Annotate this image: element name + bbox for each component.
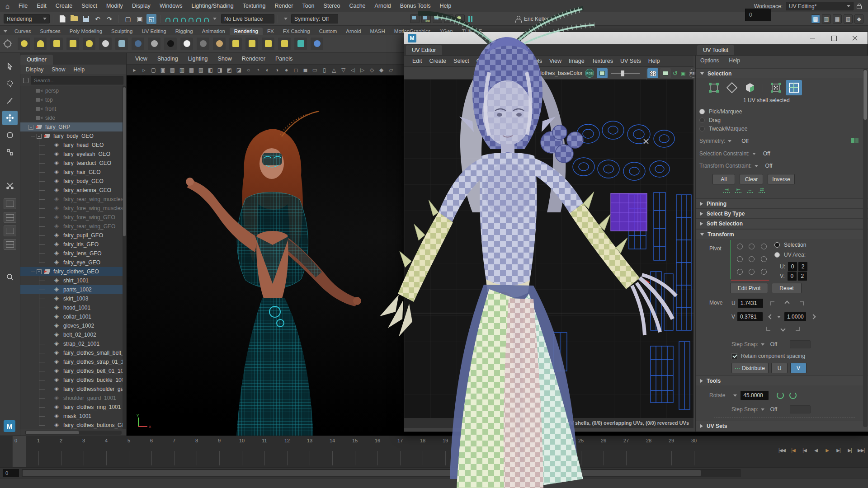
move-up-right-icon[interactable]: [800, 301, 804, 305]
viewport-menu-item[interactable]: Shading: [153, 56, 182, 62]
playback-button[interactable]: |◀: [788, 444, 798, 456]
point-light-icon[interactable]: [18, 38, 30, 50]
menu-item[interactable]: File: [14, 0, 32, 12]
viewport-icon[interactable]: ◔: [254, 66, 262, 74]
menu-item[interactable]: Modify: [102, 0, 127, 12]
layout-two-pane-button[interactable]: [4, 212, 16, 223]
move-v-field[interactable]: 0.3781: [737, 312, 763, 321]
white-material-icon[interactable]: [180, 38, 193, 50]
shelf-tab[interactable]: Curves: [10, 28, 35, 35]
gray-material-icon[interactable]: [197, 38, 209, 50]
viewport-icon[interactable]: ◧: [206, 66, 215, 74]
uv-toolkit-menu-item[interactable]: Help: [729, 57, 740, 64]
symmetry-mirror-icon[interactable]: [851, 138, 859, 143]
viewport-icon[interactable]: ◐: [263, 66, 272, 74]
align-max-v-icon[interactable]: ⇄: [759, 188, 765, 193]
outliner-item[interactable]: fairy_lens_GEO: [20, 249, 123, 258]
outliner-item[interactable]: skirt_1003: [20, 294, 123, 303]
window-title-bar[interactable]: M: [404, 32, 868, 44]
outliner-item[interactable]: persp: [20, 86, 123, 95]
viewport-icon[interactable]: ▥: [178, 66, 186, 74]
workspace-selector[interactable]: UV Editing*: [786, 2, 854, 10]
distribute-u-button[interactable]: U: [771, 363, 788, 373]
outliner-item[interactable]: fairy_clothes_buckle_1002: [20, 375, 123, 385]
menu-item[interactable]: Cache: [344, 0, 370, 12]
uv-editor-menu-item[interactable]: Tools: [525, 58, 546, 64]
rotate-cw-icon[interactable]: [789, 392, 797, 399]
chevron-down-icon[interactable]: [733, 394, 737, 397]
outliner-item[interactable]: fairy_tearduct_GEO: [20, 159, 123, 168]
select-tool[interactable]: [2, 59, 18, 74]
outliner-item[interactable]: fairy_eye_GEO: [20, 258, 123, 267]
outliner-item[interactable]: mask_1001: [20, 412, 123, 421]
move-step-field[interactable]: 1.0000: [784, 312, 806, 321]
display-image-button[interactable]: [597, 68, 608, 78]
move-step-snap-value[interactable]: Off: [770, 341, 777, 347]
outliner-scrollbar[interactable]: [123, 86, 126, 429]
chevron-down-icon[interactable]: [728, 140, 731, 142]
directional-light-icon[interactable]: [50, 38, 63, 50]
move-tool[interactable]: [2, 111, 18, 125]
checkered-display-button[interactable]: [647, 68, 658, 78]
uv-area-u-min-field[interactable]: 0: [788, 262, 797, 271]
uv-shell-select-icon[interactable]: [786, 80, 802, 95]
viewport-icon[interactable]: ▱: [387, 66, 395, 74]
chevron-down-icon[interactable]: [213, 18, 217, 20]
menu-item[interactable]: Lighting/Shading: [187, 0, 238, 12]
tan-material-icon[interactable]: [213, 38, 226, 50]
black-material-icon[interactable]: [164, 38, 177, 50]
reset-pivot-button[interactable]: Reset: [772, 283, 802, 293]
outliner-item[interactable]: fairy_iris_GEO: [20, 240, 123, 249]
viewport-icon[interactable]: ◨: [216, 66, 224, 74]
shelf-tab[interactable]: FX: [263, 28, 278, 35]
open-scene-button[interactable]: [69, 14, 79, 24]
texture-image-icon[interactable]: [497, 68, 505, 78]
pivot-uv-area-radio[interactable]: UV Area:: [774, 252, 806, 258]
viewport-icon[interactable]: ▤: [168, 66, 177, 74]
pivot-pos-icon[interactable]: [761, 269, 767, 275]
toggle-arnold-button[interactable]: ◆: [854, 14, 863, 23]
viewport-icon[interactable]: ▯: [320, 66, 329, 74]
pattern-icon[interactable]: ▣: [681, 68, 685, 78]
cut-uv-tool[interactable]: [2, 178, 18, 193]
pivot-pos-icon[interactable]: [737, 256, 743, 262]
rotate-ccw-icon[interactable]: [777, 392, 784, 399]
uv-area-v-min-field[interactable]: 0: [788, 272, 797, 281]
modeling-toolkit-badge[interactable]: M: [4, 420, 15, 432]
rgb-channels-icon[interactable]: RGB: [585, 68, 594, 78]
snap-to-grid-icon[interactable]: [165, 18, 170, 22]
outliner-item[interactable]: fairy_fore_wing_GEO: [20, 213, 123, 222]
outliner-item[interactable]: fairy_clothes_buttons_GEO: [20, 421, 123, 429]
make-live-icon[interactable]: [204, 18, 209, 22]
playback-button[interactable]: ▶: [822, 444, 832, 456]
outliner-menu-item[interactable]: Help: [73, 66, 85, 73]
move-left-icon[interactable]: [768, 314, 773, 319]
outliner-tab[interactable]: Outliner: [20, 55, 53, 65]
uv-editor-menu-item[interactable]: Textures: [588, 58, 617, 64]
transform-constraint-value[interactable]: Off: [765, 163, 773, 169]
close-icon[interactable]: [845, 32, 865, 44]
ambient-light-icon[interactable]: [99, 38, 112, 50]
section-transform[interactable]: Transform: [696, 229, 868, 239]
outliner-item[interactable]: fairy_clothes_small_belt_1002: [20, 348, 123, 357]
zoom-tool[interactable]: [2, 270, 18, 284]
toggle-channel-box-button[interactable]: ▧: [844, 14, 853, 23]
viewport-icon[interactable]: ◁: [349, 66, 357, 74]
symmetry-value[interactable]: Off: [741, 138, 749, 144]
outliner-h-scrollbar[interactable]: [25, 431, 122, 435]
snap-to-projected-center-icon[interactable]: [189, 18, 193, 22]
layout-outliner-persp-button[interactable]: [4, 239, 16, 250]
viewport-icon[interactable]: ▦: [187, 66, 196, 74]
uv-area-u-max-field[interactable]: 2: [798, 262, 807, 271]
current-frame-field[interactable]: 0: [745, 9, 771, 21]
align-min-v-icon[interactable]: ↔: [747, 188, 753, 193]
playback-button[interactable]: |◀: [799, 444, 810, 456]
shelf-menu-icon[interactable]: [4, 30, 7, 33]
viewport-icon[interactable]: ◼: [301, 66, 310, 74]
menu-item[interactable]: Bonus Tools: [396, 0, 435, 12]
lasso-tool[interactable]: [2, 76, 18, 91]
filter-icon[interactable]: [23, 78, 28, 83]
pivot-pos-icon[interactable]: [737, 244, 743, 249]
outliner-item[interactable]: fairy_rear_wing_GEO: [20, 222, 123, 231]
spot-light-icon[interactable]: [34, 38, 47, 50]
